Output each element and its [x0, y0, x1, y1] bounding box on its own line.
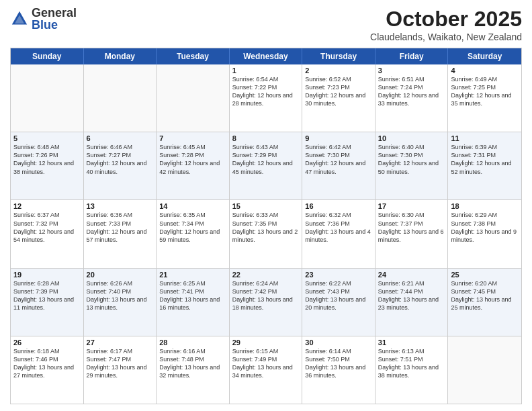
empty-cell-0-0 — [11, 64, 84, 132]
day-cell-25: 25Sunrise: 6:20 AM Sunset: 7:45 PM Dayli… — [448, 269, 521, 336]
day-cell-20: 20Sunrise: 6:26 AM Sunset: 7:40 PM Dayli… — [84, 269, 157, 336]
day-cell-15: 15Sunrise: 6:33 AM Sunset: 7:35 PM Dayli… — [230, 200, 303, 267]
day-number: 17 — [378, 202, 445, 210]
calendar-body: 1Sunrise: 6:54 AM Sunset: 7:22 PM Daylig… — [11, 64, 521, 404]
day-number: 24 — [378, 271, 445, 279]
day-cell-17: 17Sunrise: 6:30 AM Sunset: 7:37 PM Dayli… — [375, 200, 449, 267]
day-cell-27: 27Sunrise: 6:17 AM Sunset: 7:47 PM Dayli… — [84, 336, 157, 404]
day-cell-1: 1Sunrise: 6:54 AM Sunset: 7:22 PM Daylig… — [230, 64, 303, 132]
day-info: Sunrise: 6:24 AM Sunset: 7:42 PM Dayligh… — [232, 279, 300, 312]
logo-general: General — [32, 7, 77, 19]
day-number: 11 — [451, 134, 519, 142]
day-info: Sunrise: 6:37 AM Sunset: 7:32 PM Dayligh… — [13, 211, 81, 244]
day-cell-16: 16Sunrise: 6:32 AM Sunset: 7:36 PM Dayli… — [302, 200, 375, 267]
day-number: 15 — [232, 202, 300, 210]
day-number: 2 — [305, 66, 372, 75]
day-number: 18 — [451, 202, 519, 210]
month-title: October 2025 — [370, 7, 522, 32]
day-cell-10: 10Sunrise: 6:40 AM Sunset: 7:30 PM Dayli… — [375, 132, 449, 199]
day-number: 9 — [305, 134, 372, 142]
day-number: 26 — [13, 338, 81, 347]
day-cell-13: 13Sunrise: 6:36 AM Sunset: 7:33 PM Dayli… — [84, 200, 157, 267]
day-info: Sunrise: 6:29 AM Sunset: 7:38 PM Dayligh… — [451, 211, 519, 244]
day-cell-12: 12Sunrise: 6:37 AM Sunset: 7:32 PM Dayli… — [11, 200, 84, 267]
day-number: 4 — [451, 66, 519, 75]
day-info: Sunrise: 6:32 AM Sunset: 7:36 PM Dayligh… — [305, 211, 372, 244]
day-cell-31: 31Sunrise: 6:13 AM Sunset: 7:51 PM Dayli… — [375, 336, 449, 404]
day-cell-22: 22Sunrise: 6:24 AM Sunset: 7:42 PM Dayli… — [230, 269, 303, 336]
day-cell-23: 23Sunrise: 6:22 AM Sunset: 7:43 PM Dayli… — [302, 269, 375, 336]
logo-icon — [10, 9, 29, 28]
day-info: Sunrise: 6:35 AM Sunset: 7:34 PM Dayligh… — [159, 211, 226, 244]
day-cell-2: 2Sunrise: 6:52 AM Sunset: 7:23 PM Daylig… — [302, 64, 375, 132]
day-info: Sunrise: 6:52 AM Sunset: 7:23 PM Dayligh… — [305, 75, 372, 108]
title-block: October 2025 Claudelands, Waikato, New Z… — [370, 7, 522, 42]
day-number: 6 — [87, 134, 154, 142]
day-number: 1 — [232, 66, 300, 75]
day-info: Sunrise: 6:15 AM Sunset: 7:49 PM Dayligh… — [232, 347, 300, 380]
day-number: 29 — [232, 338, 300, 347]
day-number: 21 — [159, 271, 226, 279]
day-number: 5 — [13, 134, 81, 142]
day-info: Sunrise: 6:45 AM Sunset: 7:28 PM Dayligh… — [159, 143, 226, 176]
day-cell-24: 24Sunrise: 6:21 AM Sunset: 7:44 PM Dayli… — [375, 269, 449, 336]
calendar-row-1: 5Sunrise: 6:48 AM Sunset: 7:26 PM Daylig… — [11, 132, 521, 199]
day-info: Sunrise: 6:16 AM Sunset: 7:48 PM Dayligh… — [159, 347, 226, 380]
day-number: 20 — [87, 271, 154, 279]
day-info: Sunrise: 6:49 AM Sunset: 7:25 PM Dayligh… — [451, 75, 519, 108]
day-info: Sunrise: 6:18 AM Sunset: 7:46 PM Dayligh… — [13, 347, 81, 380]
day-number: 30 — [305, 338, 372, 347]
day-cell-26: 26Sunrise: 6:18 AM Sunset: 7:46 PM Dayli… — [11, 336, 84, 404]
day-number: 10 — [378, 134, 445, 142]
empty-cell-0-1 — [84, 64, 157, 132]
day-number: 7 — [159, 134, 226, 142]
day-cell-14: 14Sunrise: 6:35 AM Sunset: 7:34 PM Dayli… — [157, 200, 230, 267]
day-info: Sunrise: 6:17 AM Sunset: 7:47 PM Dayligh… — [87, 347, 154, 380]
logo-blue: Blue — [32, 19, 77, 31]
calendar: SundayMondayTuesdayWednesdayThursdayFrid… — [10, 48, 522, 404]
page: General Blue October 2025 Claudelands, W… — [0, 0, 532, 411]
location: Claudelands, Waikato, New Zealand — [370, 32, 522, 42]
day-cell-4: 4Sunrise: 6:49 AM Sunset: 7:25 PM Daylig… — [448, 64, 521, 132]
day-cell-11: 11Sunrise: 6:39 AM Sunset: 7:31 PM Dayli… — [448, 132, 521, 199]
day-info: Sunrise: 6:43 AM Sunset: 7:29 PM Dayligh… — [232, 143, 300, 176]
day-number: 16 — [305, 202, 372, 210]
day-number: 13 — [87, 202, 154, 210]
calendar-row-4: 26Sunrise: 6:18 AM Sunset: 7:46 PM Dayli… — [11, 336, 521, 404]
day-number: 22 — [232, 271, 300, 279]
day-info: Sunrise: 6:21 AM Sunset: 7:44 PM Dayligh… — [378, 279, 445, 312]
weekday-header-saturday: Saturday — [448, 48, 521, 64]
logo: General Blue — [10, 7, 77, 31]
logo-text: General Blue — [32, 7, 77, 31]
calendar-header: SundayMondayTuesdayWednesdayThursdayFrid… — [11, 48, 521, 64]
day-cell-7: 7Sunrise: 6:45 AM Sunset: 7:28 PM Daylig… — [157, 132, 230, 199]
day-cell-9: 9Sunrise: 6:42 AM Sunset: 7:30 PM Daylig… — [302, 132, 375, 199]
day-info: Sunrise: 6:51 AM Sunset: 7:24 PM Dayligh… — [378, 75, 445, 108]
day-cell-18: 18Sunrise: 6:29 AM Sunset: 7:38 PM Dayli… — [448, 200, 521, 267]
day-cell-30: 30Sunrise: 6:14 AM Sunset: 7:50 PM Dayli… — [302, 336, 375, 404]
day-info: Sunrise: 6:13 AM Sunset: 7:51 PM Dayligh… — [378, 347, 445, 380]
day-info: Sunrise: 6:25 AM Sunset: 7:41 PM Dayligh… — [159, 279, 226, 312]
day-info: Sunrise: 6:22 AM Sunset: 7:43 PM Dayligh… — [305, 279, 372, 312]
day-cell-29: 29Sunrise: 6:15 AM Sunset: 7:49 PM Dayli… — [230, 336, 303, 404]
day-info: Sunrise: 6:14 AM Sunset: 7:50 PM Dayligh… — [305, 347, 372, 380]
day-info: Sunrise: 6:46 AM Sunset: 7:27 PM Dayligh… — [87, 143, 154, 176]
day-info: Sunrise: 6:28 AM Sunset: 7:39 PM Dayligh… — [13, 279, 81, 312]
day-number: 3 — [378, 66, 445, 75]
calendar-row-0: 1Sunrise: 6:54 AM Sunset: 7:22 PM Daylig… — [11, 64, 521, 132]
weekday-header-tuesday: Tuesday — [157, 48, 230, 64]
weekday-header-thursday: Thursday — [302, 48, 375, 64]
day-number: 27 — [87, 338, 154, 347]
day-cell-3: 3Sunrise: 6:51 AM Sunset: 7:24 PM Daylig… — [375, 64, 449, 132]
day-info: Sunrise: 6:48 AM Sunset: 7:26 PM Dayligh… — [13, 143, 81, 176]
calendar-row-3: 19Sunrise: 6:28 AM Sunset: 7:39 PM Dayli… — [11, 268, 521, 336]
weekday-header-friday: Friday — [375, 48, 449, 64]
day-info: Sunrise: 6:30 AM Sunset: 7:37 PM Dayligh… — [378, 211, 445, 244]
day-cell-21: 21Sunrise: 6:25 AM Sunset: 7:41 PM Dayli… — [157, 269, 230, 336]
weekday-header-wednesday: Wednesday — [230, 48, 303, 64]
day-info: Sunrise: 6:39 AM Sunset: 7:31 PM Dayligh… — [451, 143, 519, 176]
empty-cell-4-6 — [448, 336, 521, 404]
day-cell-19: 19Sunrise: 6:28 AM Sunset: 7:39 PM Dayli… — [11, 269, 84, 336]
day-cell-8: 8Sunrise: 6:43 AM Sunset: 7:29 PM Daylig… — [230, 132, 303, 199]
day-info: Sunrise: 6:33 AM Sunset: 7:35 PM Dayligh… — [232, 211, 300, 244]
